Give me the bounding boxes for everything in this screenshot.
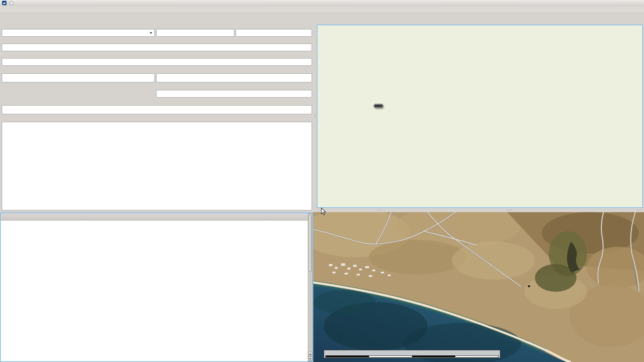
scroll-down-button[interactable]: ▼ — [308, 356, 312, 361]
menu-bar — [0, 6, 644, 13]
mouse-cursor — [321, 208, 328, 216]
scroll-up-button[interactable]: ▲ — [308, 352, 312, 356]
scrollbar-thumb[interactable] — [308, 215, 312, 272]
dive-list-scrollbar[interactable]: ▲ ▼ — [308, 213, 313, 361]
tags-input[interactable] — [2, 105, 312, 114]
dive-list: ▲ ▼ — [0, 212, 313, 362]
dive-profile-chart — [317, 25, 642, 207]
subsurface-window: ▲ ▼ — [0, 0, 644, 362]
horizontal-splitter[interactable] — [313, 208, 644, 212]
buddy-input[interactable] — [156, 73, 312, 82]
map-labels — [313, 212, 644, 362]
water-temp-input[interactable] — [235, 29, 312, 37]
title-bar[interactable] — [0, 0, 644, 7]
chevron-down-icon[interactable] — [150, 32, 152, 34]
start-time-combo[interactable] — [2, 29, 155, 37]
information-tooltip[interactable] — [374, 104, 383, 108]
divemaster-input[interactable] — [2, 73, 155, 82]
coordinates-input[interactable] — [2, 58, 312, 66]
window-menu-icon[interactable] — [9, 1, 14, 5]
subsurface-app-icon — [2, 1, 7, 5]
vertical-splitter[interactable] — [313, 13, 317, 208]
dive-site-map[interactable] — [313, 212, 644, 362]
dive-profile-panel[interactable] — [317, 25, 643, 208]
dive-list-header[interactable] — [1, 213, 308, 220]
suit-input[interactable] — [156, 90, 312, 98]
notes-input[interactable] — [2, 122, 312, 210]
location-input[interactable] — [2, 44, 312, 51]
air-temp-input[interactable] — [156, 29, 234, 37]
map-scale-bar — [324, 350, 500, 358]
